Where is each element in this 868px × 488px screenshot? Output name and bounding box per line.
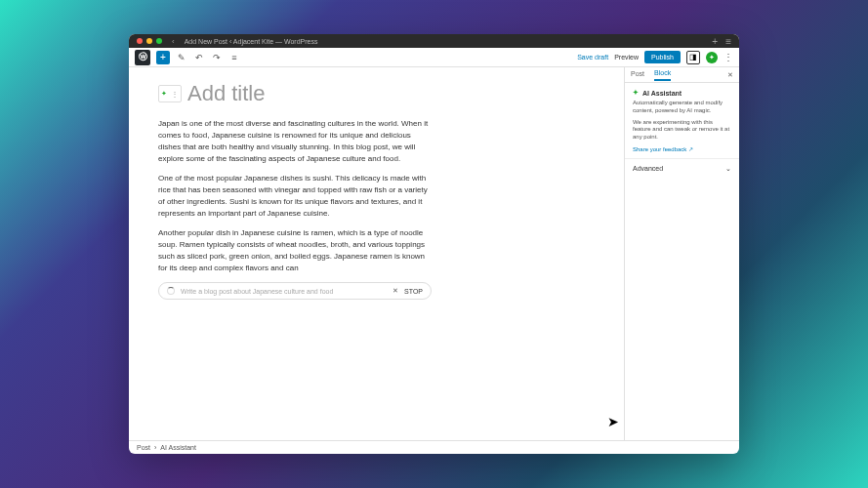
sparkle-icon: ✦: [633, 89, 639, 97]
maximize-window-button[interactable]: [156, 38, 162, 44]
breadcrumb-item[interactable]: Post: [137, 444, 150, 451]
sidebar-tabs: Post Block ✕: [625, 67, 739, 83]
title-row: ✦ ⋮ Add title: [158, 81, 595, 106]
ai-block-toolbar[interactable]: ✦ ⋮: [158, 85, 182, 102]
details-icon[interactable]: ≡: [228, 52, 240, 63]
add-block-button[interactable]: +: [156, 51, 170, 64]
settings-sidebar: Post Block ✕ ✦ AI Assistant Automaticall…: [624, 67, 739, 440]
panel-note: We are experimenting with this feature a…: [633, 119, 731, 142]
breadcrumb-footer: Post › AI Assistant: [129, 440, 739, 454]
ai-assistant-panel: ✦ AI Assistant Automatically generate an…: [625, 83, 739, 159]
titlebar-menu-icon[interactable]: ≡: [725, 36, 731, 47]
panel-title: AI Assistant: [642, 90, 682, 97]
advanced-label: Advanced: [633, 165, 663, 172]
stop-x-icon[interactable]: ✕: [393, 287, 398, 295]
editor-toolbar: ⓦ + ✎ ↶ ↷ ≡ Save draft Preview Publish ◨…: [129, 48, 739, 67]
jetpack-icon[interactable]: ✦: [706, 52, 718, 63]
chevron-down-icon: ⌄: [725, 165, 731, 173]
editor-canvas[interactable]: ✦ ⋮ Add title Japan is one of the most d…: [129, 67, 624, 440]
ai-prompt-bar[interactable]: Write a blog post about Japanese culture…: [158, 282, 432, 300]
paragraph-block[interactable]: Japan is one of the most diverse and fas…: [158, 118, 432, 165]
feedback-link[interactable]: Share your feedback ↗: [633, 145, 731, 152]
tab-block[interactable]: Block: [654, 69, 671, 81]
block-options-icon[interactable]: ⋮: [171, 90, 179, 99]
ai-prompt-text: Write a blog post about Japanese culture…: [181, 288, 387, 295]
window-title: Add New Post ‹ Adjacent Kite — WordPress: [185, 38, 318, 45]
tab-post[interactable]: Post: [631, 70, 644, 80]
close-sidebar-icon[interactable]: ✕: [727, 71, 733, 79]
titlebar: ‹ Add New Post ‹ Adjacent Kite — WordPre…: [129, 34, 739, 48]
preview-button[interactable]: Preview: [614, 54, 639, 61]
sidebar-toggle-button[interactable]: ◨: [686, 51, 700, 64]
sparkle-icon: ✦: [161, 90, 167, 98]
paragraph-block[interactable]: One of the most popular Japanese dishes …: [158, 173, 432, 220]
loading-spinner-icon: [167, 287, 175, 295]
post-title-input[interactable]: Add title: [187, 81, 266, 106]
advanced-panel-toggle[interactable]: Advanced ⌄: [625, 159, 739, 179]
close-window-button[interactable]: [137, 38, 143, 44]
breadcrumb-separator: ›: [154, 444, 156, 451]
more-options-icon[interactable]: ⋮: [723, 52, 733, 62]
undo-icon[interactable]: ↶: [193, 52, 205, 63]
back-icon[interactable]: ‹: [172, 37, 175, 46]
titlebar-plus-icon[interactable]: +: [712, 36, 718, 47]
redo-icon[interactable]: ↷: [211, 52, 223, 63]
stop-button[interactable]: STOP: [404, 288, 423, 295]
save-draft-button[interactable]: Save draft: [577, 54, 608, 61]
edit-icon[interactable]: ✎: [176, 52, 187, 63]
body-area: ✦ ⋮ Add title Japan is one of the most d…: [129, 67, 739, 440]
app-window: ‹ Add New Post ‹ Adjacent Kite — WordPre…: [129, 34, 739, 454]
wordpress-logo-icon[interactable]: ⓦ: [135, 50, 150, 65]
publish-button[interactable]: Publish: [644, 51, 681, 63]
panel-description: Automatically generate and modify conten…: [633, 100, 731, 115]
paragraph-block[interactable]: Another popular dish in Japanese cuisine…: [158, 227, 432, 274]
minimize-window-button[interactable]: [146, 38, 152, 44]
breadcrumb-item[interactable]: AI Assistant: [160, 444, 196, 451]
